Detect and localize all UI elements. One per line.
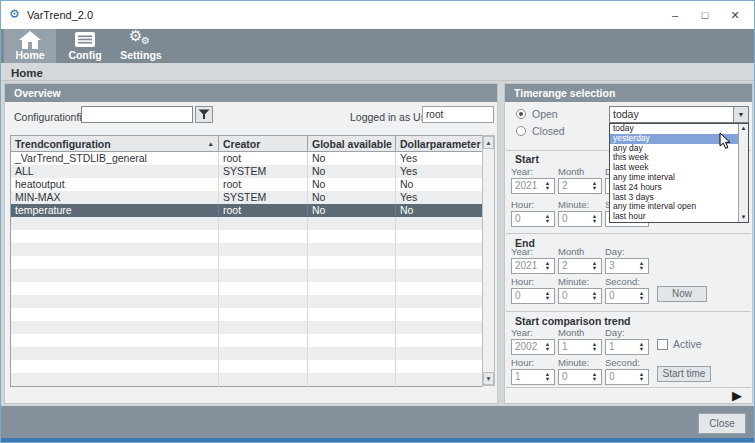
spinner-arrows-icon[interactable]: ▲▼	[589, 289, 600, 303]
now-button[interactable]: Now	[657, 286, 707, 302]
comparison-month-spinner[interactable]: 1▲▼	[558, 339, 602, 355]
toolbar-home-label: Home	[15, 49, 44, 61]
column-header-creator[interactable]: Creator	[219, 136, 308, 152]
start-month-spinner[interactable]: 2▲▼	[558, 178, 602, 194]
cell-dollar: Yes	[396, 152, 483, 166]
column-header-dollarparameter[interactable]: Dollarparameter	[396, 136, 483, 152]
spinner-arrows-icon[interactable]: ▲▼	[636, 370, 647, 384]
toolbar-settings-button[interactable]: ⚙⚙ Settings	[113, 29, 169, 63]
empty-row	[11, 282, 483, 295]
filter-button[interactable]	[195, 106, 213, 123]
comparison-year-spinner[interactable]: 2002▲▼	[511, 339, 555, 355]
month-label: Month	[558, 329, 602, 337]
cell-creator: SYSTEM	[219, 165, 308, 178]
spinner-arrows-icon[interactable]: ▲▼	[542, 179, 553, 193]
start-minute-field: Minute: 0▲▼	[558, 201, 602, 227]
table-row[interactable]: ALL SYSTEM No Yes	[11, 165, 483, 178]
end-hour-spinner[interactable]: 0▲▼	[511, 288, 555, 304]
spinner-arrows-icon[interactable]: ▲▼	[636, 289, 647, 303]
end-year-spinner[interactable]: 2021▲▼	[511, 258, 555, 274]
spinner-arrows-icon[interactable]: ▲▼	[542, 340, 553, 354]
radio-open[interactable]: Open	[516, 108, 558, 120]
scroll-down-icon[interactable]: ▼	[483, 372, 494, 385]
cell-dollar: No	[396, 178, 483, 191]
column-header-trendconfiguration[interactable]: Trendconfiguration▲	[11, 136, 219, 152]
empty-row	[11, 308, 483, 321]
scroll-up-icon[interactable]: ▲	[739, 124, 748, 133]
titlebar: ⚙ VarTrend_2.0 – □ ✕	[1, 1, 754, 29]
active-checkbox[interactable]: Active	[657, 338, 702, 350]
spinner-arrows-icon[interactable]: ▲▼	[589, 212, 600, 226]
spinner-arrows-icon[interactable]: ▲▼	[589, 370, 600, 384]
spinner-arrows-icon[interactable]: ▲▼	[542, 259, 553, 273]
spinner-arrows-icon[interactable]: ▲▼	[589, 179, 600, 193]
scroll-up-icon[interactable]: ▲	[483, 136, 494, 149]
cell-name: _VarTrend_STDLIB_general	[11, 152, 219, 166]
page-title: Home	[11, 65, 43, 82]
timerange-combobox[interactable]: today ▼	[609, 106, 749, 123]
spinner-arrows-icon[interactable]: ▲▼	[542, 289, 553, 303]
start-section-title: Start	[515, 153, 539, 165]
chevron-down-icon[interactable]: ▼	[733, 107, 748, 122]
dropdown-option[interactable]: last hour	[610, 212, 748, 222]
timerange-panel: Timerange selection Open Closed today ▼ …	[504, 83, 753, 404]
toolbar-home-button[interactable]: Home	[4, 29, 56, 63]
cell-creator: SYSTEM	[219, 191, 308, 204]
radio-open-label: Open	[532, 108, 558, 120]
spinner-arrows-icon[interactable]: ▲▼	[636, 259, 647, 273]
start-year-spinner[interactable]: 2021▲▼	[511, 178, 555, 194]
cell-dollar: Yes	[396, 191, 483, 204]
table-row[interactable]: MIN-MAX SYSTEM No Yes	[11, 191, 483, 204]
start-time-button[interactable]: Start time	[657, 366, 711, 382]
radio-closed-dot[interactable]	[516, 126, 526, 136]
hour-label: Hour:	[511, 278, 555, 286]
comparison-day-spinner[interactable]: 1▲▼	[605, 339, 649, 355]
active-checkbox-label: Active	[673, 338, 702, 350]
radio-open-dot[interactable]	[516, 109, 526, 119]
section-divider	[506, 311, 751, 312]
table-row[interactable]: heatoutput root No No	[11, 178, 483, 191]
scroll-down-icon[interactable]: ▼	[739, 213, 748, 222]
table-row-selected[interactable]: temperature root No No	[11, 204, 483, 217]
month-label: Month	[558, 248, 602, 256]
comparison-minute-spinner[interactable]: 0▲▼	[558, 369, 602, 385]
month-label: Month	[558, 168, 602, 176]
maximize-button[interactable]: □	[690, 1, 720, 29]
gears-icon: ⚙⚙	[129, 30, 153, 49]
end-day-field: Day: 3▲▼	[605, 248, 649, 274]
radio-closed[interactable]: Closed	[516, 125, 565, 137]
close-button[interactable]: Close	[698, 413, 746, 434]
end-month-spinner[interactable]: 2▲▼	[558, 258, 602, 274]
toolbar-config-button[interactable]: Config	[59, 29, 111, 63]
comparison-hour-spinner[interactable]: 1▲▼	[511, 369, 555, 385]
logged-in-user-input[interactable]	[422, 106, 494, 123]
play-arrow-icon[interactable]: ▶	[732, 389, 742, 402]
configurationfilter-input[interactable]	[81, 106, 193, 123]
spinner-arrows-icon[interactable]: ▲▼	[589, 340, 600, 354]
checkbox-box[interactable]	[657, 339, 668, 350]
close-window-button[interactable]: ✕	[720, 1, 750, 29]
spinner-arrows-icon[interactable]: ▲▼	[636, 340, 647, 354]
dropdown-scrollbar[interactable]: ▲ ▼	[738, 124, 748, 222]
end-minute-spinner[interactable]: 0▲▼	[558, 288, 602, 304]
year-label: Year:	[511, 329, 555, 337]
toolbar-config-label: Config	[68, 49, 101, 61]
table-scrollbar[interactable]: ▲ ▼	[482, 135, 495, 386]
empty-row	[11, 243, 483, 256]
start-minute-spinner[interactable]: 0▲▼	[558, 211, 602, 227]
minimize-button[interactable]: –	[660, 1, 690, 29]
empty-row	[11, 230, 483, 243]
start-month-field: Month 2▲▼	[558, 168, 602, 194]
spinner-arrows-icon[interactable]: ▲▼	[542, 212, 553, 226]
comparison-second-spinner[interactable]: 0▲▼	[605, 369, 649, 385]
end-day-spinner[interactable]: 3▲▼	[605, 258, 649, 274]
column-header-global-available[interactable]: Global available	[308, 136, 396, 152]
trend-configuration-table: Trendconfiguration▲ Creator Global avail…	[10, 135, 483, 387]
table-row[interactable]: _VarTrend_STDLIB_general root No Yes	[11, 152, 483, 166]
spinner-arrows-icon[interactable]: ▲▼	[589, 259, 600, 273]
spinner-arrows-icon[interactable]: ▲▼	[542, 370, 553, 384]
cell-global: No	[308, 152, 396, 166]
end-second-spinner[interactable]: 0▲▼	[605, 288, 649, 304]
empty-row	[11, 373, 483, 386]
start-hour-spinner[interactable]: 0▲▼	[511, 211, 555, 227]
